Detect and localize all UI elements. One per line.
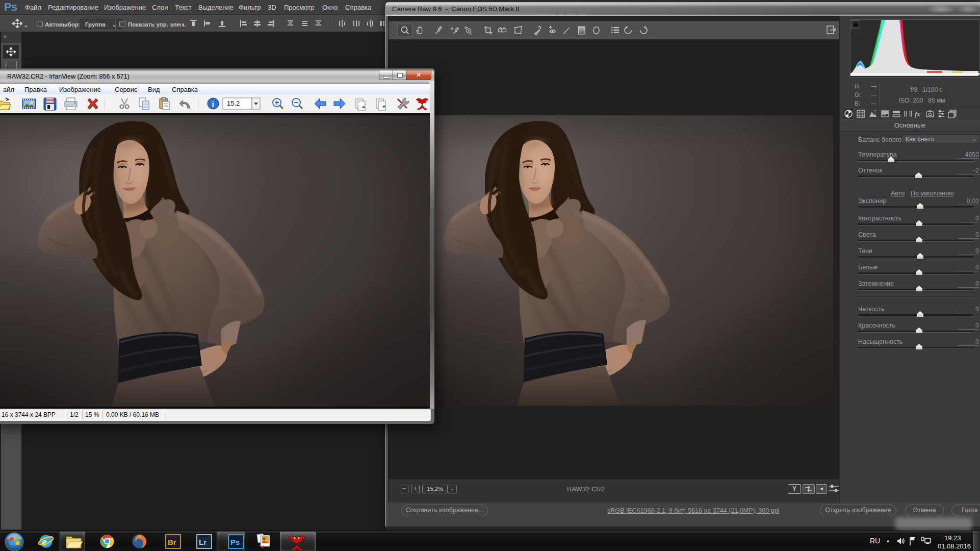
svg-text:i: i [212,100,215,109]
svg-text:fx: fx [915,110,920,118]
svg-text:15.2: 15.2 [227,99,240,107]
svg-text:Ps: Ps [230,538,240,546]
svg-text:Lr: Lr [199,538,207,546]
svg-text:Br: Br [168,538,176,546]
